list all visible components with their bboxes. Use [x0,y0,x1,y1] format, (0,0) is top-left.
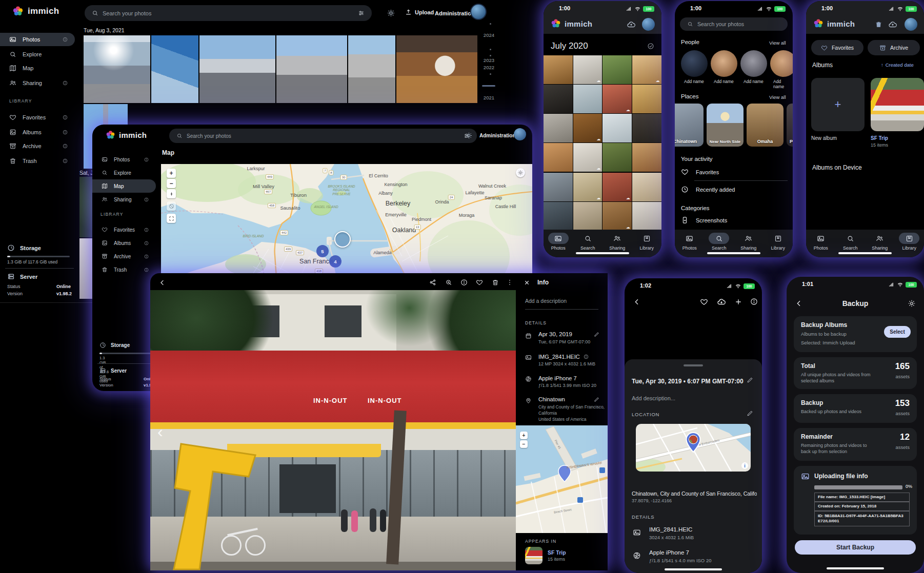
sidebar-item-archive[interactable]: Archive [0,139,75,153]
add-name-label[interactable]: Add name [714,79,734,84]
upload-button[interactable]: Upload [405,9,434,15]
user-avatar[interactable] [514,128,526,140]
select-button[interactable]: Select [884,326,911,338]
photo-thumbnail[interactable] [602,114,632,142]
location-mini-map[interactable]: FISHERMAN'S WHARF Pier 45 Beach Street +… [516,425,608,533]
places-view-all-link[interactable]: View all [769,94,786,100]
photo-thumbnail[interactable] [573,85,602,113]
viewer-back-icon[interactable] [158,279,166,286]
photo-thumbnail[interactable] [84,35,150,103]
person-face[interactable] [740,50,767,77]
immich-logo[interactable]: immich [106,130,147,140]
previous-photo-icon[interactable]: ‹ [157,422,163,441]
map-compass-button[interactable] [167,189,176,198]
description-input[interactable]: Add a description [525,298,567,304]
trash-icon[interactable] [875,21,882,28]
photo-thumbnail[interactable] [632,202,661,231]
settings-gear-icon[interactable] [908,299,916,308]
place-card[interactable]: Near North Side [707,104,744,147]
mini-map-zoom-in[interactable]: + [520,432,528,439]
photo-thumbnail[interactable]: ☁ [632,55,661,84]
edit-date-icon[interactable] [594,332,599,337]
location-map-card[interactable]: The Embarcadero i [636,424,751,472]
appears-in-album[interactable]: SF Trip 15 items [525,547,566,564]
sidebar-item-map[interactable]: Map [92,179,156,193]
sidebar-item-photos[interactable]: Photos [92,153,156,166]
administration-link[interactable]: Administration [435,10,475,16]
map-info-icon[interactable]: i [741,462,748,469]
photo-thumbnail[interactable] [544,202,573,231]
user-avatar[interactable] [470,4,487,20]
sidebar-item-photos[interactable]: Photos [0,33,75,46]
person-face[interactable] [711,50,737,77]
add-name-label[interactable]: Add name [684,79,704,84]
theme-toggle-icon[interactable] [387,9,395,17]
photo-thumbnail[interactable] [544,143,573,172]
info-icon[interactable] [750,298,758,305]
add-icon[interactable] [734,298,742,306]
map-settings-button[interactable] [516,168,525,177]
recently-added-row[interactable]: Recently added [681,186,735,193]
archive-button[interactable]: Archive [868,40,920,55]
map-layers-button[interactable] [167,201,176,211]
photo-thumbnail[interactable] [276,35,347,103]
map-photo-cluster[interactable]: 5 [316,245,329,257]
sidebar-item-albums[interactable]: Albums [0,126,75,139]
sidebar-item-explore[interactable]: Explore [92,166,156,179]
album-name[interactable]: SF Trip [871,135,888,141]
edit-date-icon[interactable] [747,377,753,383]
map-photo-cluster[interactable]: 4 [329,255,342,268]
administration-link[interactable]: Administration [479,133,516,138]
nav-tab-library[interactable]: Library [632,230,662,257]
start-backup-button[interactable]: Start Backup [795,540,916,555]
people-view-all-link[interactable]: View all [769,40,786,46]
map-zoom-in-button[interactable]: + [167,169,176,178]
edit-location-icon[interactable] [594,397,599,402]
map-fullscreen-button[interactable] [167,214,176,223]
user-avatar[interactable] [905,18,917,31]
sidebar-item-archive[interactable]: Archive [92,250,156,263]
place-card[interactable]: Chinatown [675,104,704,147]
nav-tab-library[interactable]: Library [895,230,924,257]
photo-thumbnail[interactable] [544,55,573,84]
theme-toggle-icon[interactable] [466,132,472,139]
favorite-icon[interactable] [476,279,483,286]
photo-thumbnail[interactable] [573,202,602,231]
delete-icon[interactable] [492,279,499,286]
favorites-button[interactable]: Favorites [811,40,863,55]
edit-location-icon[interactable] [747,410,753,417]
place-card[interactable]: Pi [787,104,793,147]
photo-thumbnail[interactable] [544,85,573,113]
search-input[interactable]: Search your photos [169,129,477,143]
sync-cloud-icon[interactable] [627,20,636,29]
nav-tab-library[interactable]: Library [764,230,793,257]
sidebar-item-trash[interactable]: Trash [92,263,156,276]
person-face[interactable] [681,50,708,77]
album-card-sf-trip[interactable] [871,78,924,131]
search-filter-icon[interactable] [358,10,365,16]
user-avatar[interactable] [642,18,655,31]
back-icon[interactable] [633,298,641,306]
sidebar-item-favorites[interactable]: Favorites [0,111,75,124]
photo-thumbnail[interactable]: ☁ [602,85,632,113]
sidebar-item-sharing[interactable]: Sharing [0,76,75,90]
more-icon[interactable] [506,279,513,286]
nav-tab-photos[interactable]: Photos [544,230,573,257]
info-icon[interactable] [460,279,468,286]
description-input[interactable]: Add description... [632,395,675,401]
screenshots-row[interactable]: Screenshots [681,216,727,224]
albums-sort-button[interactable]: ↑ Created date [881,62,914,68]
photo-thumbnail[interactable]: ☁ [573,143,602,172]
photo-thumbnail[interactable] [632,114,661,142]
photo-thumbnail[interactable]: ☁ [573,173,602,201]
add-name-label[interactable]: Add name [773,79,793,89]
close-icon[interactable] [524,279,530,286]
nav-tab-photos[interactable]: Photos [675,230,705,257]
search-input[interactable]: Search your photos [85,5,372,21]
scrubber-position-indicator[interactable] [482,85,495,87]
photo-thumbnail[interactable]: ☁ [602,202,632,231]
new-album-card[interactable]: + [811,78,865,131]
map-photo-marker[interactable] [334,231,351,248]
sync-cloud-icon[interactable] [888,20,897,29]
sidebar-item-favorites[interactable]: Favorites [92,223,156,236]
